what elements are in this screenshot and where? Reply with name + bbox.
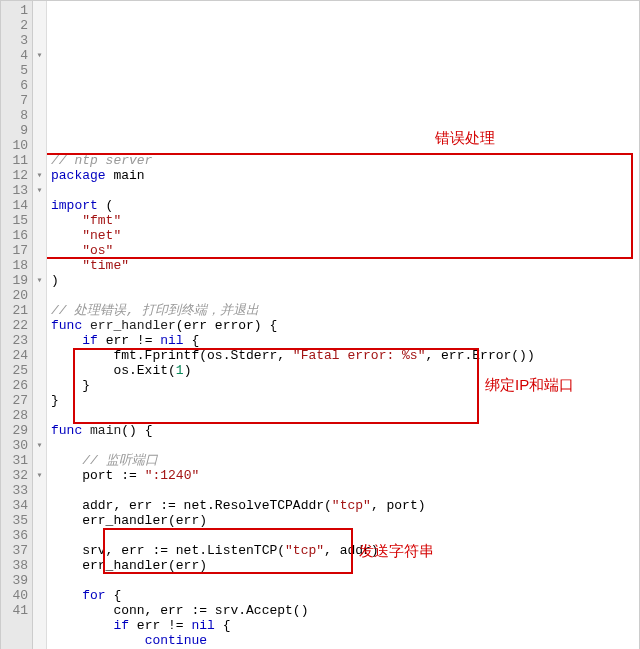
fold-empty (33, 348, 46, 363)
fold-empty (33, 498, 46, 513)
line-number: 34 (3, 498, 28, 513)
line-number: 28 (3, 408, 28, 423)
line-number: 18 (3, 258, 28, 273)
fold-empty (33, 228, 46, 243)
fold-empty (33, 393, 46, 408)
annotation-error-handler: 错误处理 (435, 129, 495, 148)
fold-empty (33, 3, 46, 18)
fold-empty (33, 513, 46, 528)
code-line: func main() { (51, 423, 635, 438)
fold-empty (33, 213, 46, 228)
line-number: 32 (3, 468, 28, 483)
code-line (51, 288, 635, 303)
fold-gutter: ▾▾▾▾▾▾ (33, 1, 47, 649)
line-number: 38 (3, 558, 28, 573)
line-number: 39 (3, 573, 28, 588)
line-number: 12 (3, 168, 28, 183)
line-number: 10 (3, 138, 28, 153)
fold-empty (33, 423, 46, 438)
line-number-gutter: 1234567891011121314151617181920212223242… (1, 1, 33, 649)
fold-empty (33, 288, 46, 303)
code-line: import ( (51, 198, 635, 213)
line-number: 8 (3, 108, 28, 123)
line-number: 27 (3, 393, 28, 408)
code-line: } (51, 393, 635, 408)
code-line (51, 438, 635, 453)
line-number: 2 (3, 18, 28, 33)
code-line: ) (51, 273, 635, 288)
code-line: "fmt" (51, 213, 635, 228)
line-number: 22 (3, 318, 28, 333)
fold-empty (33, 303, 46, 318)
code-line: for { (51, 588, 635, 603)
line-number: 35 (3, 513, 28, 528)
code-line: // 监听端口 (51, 453, 635, 468)
fold-empty (33, 333, 46, 348)
line-number: 9 (3, 123, 28, 138)
code-line: package main (51, 168, 635, 183)
line-number: 36 (3, 528, 28, 543)
code-area: 错误处理 绑定IP和端口 发送字符串 // ntp serverpackage … (47, 1, 639, 649)
line-number: 26 (3, 378, 28, 393)
code-editor: 1234567891011121314151617181920212223242… (0, 0, 640, 649)
line-number: 14 (3, 198, 28, 213)
code-line: "time" (51, 258, 635, 273)
fold-empty (33, 18, 46, 33)
code-line: addr, err := net.ResolveTCPAddr("tcp", p… (51, 498, 635, 513)
line-number: 3 (3, 33, 28, 48)
code-line: "net" (51, 228, 635, 243)
fold-toggle-icon[interactable]: ▾ (33, 438, 46, 453)
code-line (51, 183, 635, 198)
fold-empty (33, 318, 46, 333)
line-number: 16 (3, 228, 28, 243)
fold-toggle-icon[interactable]: ▾ (33, 183, 46, 198)
fold-empty (33, 198, 46, 213)
fold-empty (33, 33, 46, 48)
line-number: 15 (3, 213, 28, 228)
line-number: 37 (3, 543, 28, 558)
code-line (51, 573, 635, 588)
fold-empty (33, 78, 46, 93)
code-line: // ntp server (51, 153, 635, 168)
fold-empty (33, 138, 46, 153)
fold-toggle-icon[interactable]: ▾ (33, 168, 46, 183)
code-line: "os" (51, 243, 635, 258)
fold-toggle-icon[interactable]: ▾ (33, 273, 46, 288)
line-number: 7 (3, 93, 28, 108)
code-line: os.Exit(1) (51, 363, 635, 378)
fold-toggle-icon[interactable]: ▾ (33, 48, 46, 63)
line-number: 31 (3, 453, 28, 468)
line-number: 6 (3, 78, 28, 93)
fold-empty (33, 603, 46, 618)
code-line: if err != nil { (51, 618, 635, 633)
fold-empty (33, 558, 46, 573)
code-line: srv, err := net.ListenTCP("tcp", addr) (51, 543, 635, 558)
code-line: port := ":1240" (51, 468, 635, 483)
code-line (51, 408, 635, 423)
fold-toggle-icon[interactable]: ▾ (33, 468, 46, 483)
line-number: 33 (3, 483, 28, 498)
code-line: conn, err := srv.Accept() (51, 603, 635, 618)
code-line: continue (51, 633, 635, 648)
fold-empty (33, 363, 46, 378)
line-number: 19 (3, 273, 28, 288)
line-number: 20 (3, 288, 28, 303)
fold-empty (33, 93, 46, 108)
line-number: 11 (3, 153, 28, 168)
line-number: 30 (3, 438, 28, 453)
line-number: 1 (3, 3, 28, 18)
code-line: err_handler(err) (51, 513, 635, 528)
fold-empty (33, 453, 46, 468)
fold-empty (33, 123, 46, 138)
fold-empty (33, 573, 46, 588)
fold-empty (33, 258, 46, 273)
code-line: func err_handler(err error) { (51, 318, 635, 333)
code-line: // 处理错误, 打印到终端，并退出 (51, 303, 635, 318)
code-line (51, 528, 635, 543)
code-line (51, 483, 635, 498)
code-line: } (51, 378, 635, 393)
line-number: 41 (3, 603, 28, 618)
line-number: 25 (3, 363, 28, 378)
line-number: 5 (3, 63, 28, 78)
fold-empty (33, 408, 46, 423)
